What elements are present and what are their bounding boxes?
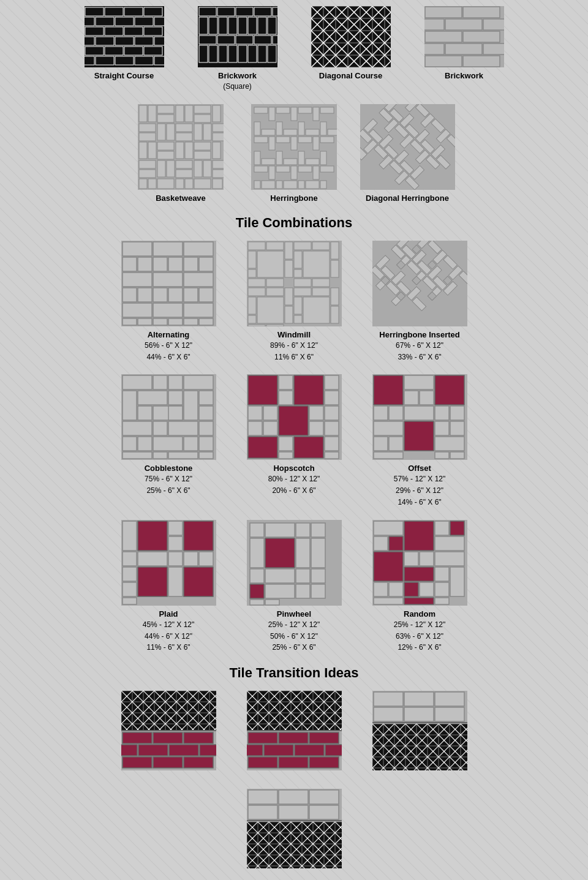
svg-rect-430 xyxy=(404,582,418,596)
label-random: Random xyxy=(404,609,435,619)
pattern-item-hopscotch: Hopscotch 80% - 12" X 12" 20% - 6" X 6" xyxy=(241,374,348,507)
svg-rect-92 xyxy=(213,133,224,141)
svg-rect-102 xyxy=(139,160,156,168)
svg-rect-137 xyxy=(328,129,337,135)
sublabel-hopscotch-1: 20% - 6" X 6" xyxy=(272,486,315,496)
svg-rect-310 xyxy=(168,375,183,389)
svg-rect-213 xyxy=(184,257,198,271)
sublabel-windmill-1: 11% 6" X 6" xyxy=(274,352,314,363)
pattern-row-1: Straight Course xyxy=(61,6,527,92)
pattern-item-cobblestone: Cobblestone 75% - 6" X 12" 25% - 6" X 6" xyxy=(115,374,222,507)
transition-canvas-2 xyxy=(247,691,342,770)
svg-rect-339 xyxy=(279,391,293,405)
sublabel-random-2: 12% - 6" X 6" xyxy=(398,642,441,653)
svg-rect-332 xyxy=(168,452,198,459)
svg-rect-72 xyxy=(463,56,500,67)
transition-item-2 xyxy=(241,691,348,770)
svg-rect-392 xyxy=(123,582,137,596)
svg-rect-411 xyxy=(250,600,264,605)
svg-rect-314 xyxy=(168,391,183,405)
svg-rect-107 xyxy=(176,170,192,178)
svg-rect-140 xyxy=(276,137,290,143)
svg-rect-150 xyxy=(306,159,319,165)
svg-rect-492 xyxy=(279,805,308,819)
svg-rect-371 xyxy=(374,437,388,451)
svg-rect-155 xyxy=(291,166,297,179)
pattern-item-random: Random 25% - 12" X 12" 63% - 6" X 12" 12… xyxy=(366,520,473,653)
svg-rect-77 xyxy=(157,115,174,122)
sublabel-herringbone-inserted-1: 33% - 6" X 6" xyxy=(398,352,441,363)
svg-rect-225 xyxy=(153,303,183,317)
pattern-canvas-straight-course xyxy=(85,6,164,67)
svg-rect-422 xyxy=(404,552,418,566)
svg-rect-142 xyxy=(298,137,312,143)
pattern-canvas-plaid xyxy=(121,520,216,606)
svg-rect-144 xyxy=(320,137,334,143)
sublabel-random-1: 63% - 6" X 12" xyxy=(396,631,443,642)
svg-rect-145 xyxy=(254,151,260,165)
svg-rect-214 xyxy=(199,257,213,271)
svg-rect-364 xyxy=(404,406,434,420)
svg-rect-309 xyxy=(153,375,167,389)
svg-rect-99 xyxy=(194,142,211,150)
svg-rect-232 xyxy=(199,318,213,325)
svg-rect-156 xyxy=(298,166,312,172)
svg-rect-357 xyxy=(374,375,403,405)
svg-rect-319 xyxy=(168,406,183,420)
svg-rect-211 xyxy=(153,257,167,271)
pattern-canvas-pinwheel xyxy=(247,520,342,606)
svg-rect-427 xyxy=(450,567,464,596)
svg-rect-420 xyxy=(435,536,464,551)
svg-rect-345 xyxy=(325,406,339,420)
svg-rect-149 xyxy=(298,151,304,165)
pattern-item-herringbone-inserted: Herringbone Inserted 67% - 6" X 12" 33% … xyxy=(366,241,473,363)
svg-rect-91 xyxy=(213,124,224,132)
sublabel-herringbone-inserted-0: 67% - 6" X 12" xyxy=(396,340,443,351)
svg-rect-419 xyxy=(389,536,403,551)
pattern-item-offset: Offset 57% - 12" X 12" 29% - 6" X 12" 14… xyxy=(366,374,473,507)
svg-rect-157 xyxy=(313,166,319,179)
svg-rect-432 xyxy=(435,582,449,596)
svg-rect-89 xyxy=(194,124,202,140)
pattern-row-3: Alternating 56% - 6" X 12" 44% - 6" X 6" xyxy=(61,241,527,363)
svg-rect-386 xyxy=(184,552,198,566)
svg-rect-387 xyxy=(199,552,213,566)
svg-rect-346 xyxy=(248,421,262,435)
pattern-item-straight-course: Straight Course xyxy=(77,6,172,92)
svg-rect-383 xyxy=(123,552,137,566)
svg-rect-348 xyxy=(309,421,323,435)
svg-rect-68 xyxy=(424,43,444,55)
svg-rect-229 xyxy=(153,318,167,325)
svg-rect-165 xyxy=(320,181,326,189)
svg-rect-130 xyxy=(254,122,260,135)
svg-rect-118 xyxy=(213,179,222,189)
svg-rect-347 xyxy=(263,421,277,435)
svg-rect-67 xyxy=(463,31,500,42)
svg-rect-209 xyxy=(123,257,137,271)
sublabel-pinwheel-0: 25% - 12" X 12" xyxy=(268,620,320,630)
svg-rect-239 xyxy=(266,279,284,287)
pattern-row-4: Cobblestone 75% - 6" X 12" 25% - 6" X 6" xyxy=(61,374,527,507)
svg-rect-80 xyxy=(194,105,211,113)
svg-rect-230 xyxy=(168,318,183,325)
svg-rect-433 xyxy=(374,598,403,604)
svg-rect-490 xyxy=(309,790,339,804)
svg-rect-218 xyxy=(123,288,137,302)
svg-rect-93 xyxy=(139,142,147,159)
svg-rect-350 xyxy=(248,437,277,458)
svg-rect-228 xyxy=(138,318,152,325)
pattern-canvas-diagonal-herringbone xyxy=(360,104,455,190)
svg-rect-70 xyxy=(483,43,504,55)
svg-rect-368 xyxy=(404,421,434,451)
sublabel-brickwork-square: (Square) xyxy=(223,81,252,92)
label-diagonal-course: Diagonal Course xyxy=(319,71,382,80)
svg-rect-414 xyxy=(374,521,403,535)
svg-rect-378 xyxy=(123,521,137,551)
svg-rect-482 xyxy=(372,724,467,770)
svg-rect-71 xyxy=(425,56,462,67)
pattern-row-5: Plaid 45% - 12" X 12" 44% - 6" X 12" 11%… xyxy=(61,520,527,653)
svg-rect-264 xyxy=(331,306,339,323)
sublabel-plaid-2: 11% - 6" X 6" xyxy=(146,642,190,653)
svg-rect-448 xyxy=(169,745,198,756)
svg-rect-237 xyxy=(285,260,293,277)
